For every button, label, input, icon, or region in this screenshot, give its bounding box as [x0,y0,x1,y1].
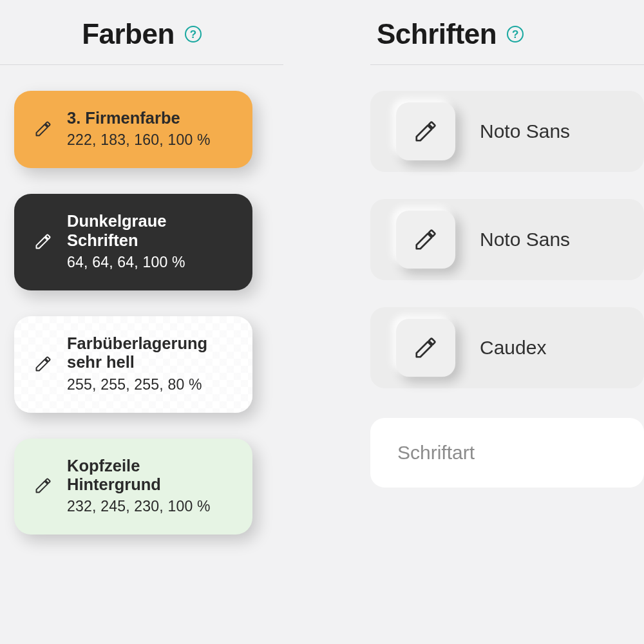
color-card[interactable]: 3. Firmenfarbe 222, 183, 160, 100 % [14,91,252,168]
color-cards: 3. Firmenfarbe 222, 183, 160, 100 % Dunk… [0,91,283,535]
help-icon[interactable]: ? [185,26,202,43]
colors-panel: Farben ? 3. Firmenfarbe 222, 183, 160, 1… [0,0,322,644]
color-value: 64, 64, 64, 100 % [67,254,234,271]
color-value: 222, 183, 160, 100 % [67,131,211,149]
edit-button[interactable] [396,319,455,377]
font-row[interactable]: Caudex [370,307,644,388]
fonts-heading-row: Schriften ? [370,0,644,65]
color-title: Kopfzeile Hintergrund [67,457,234,495]
pencil-icon [33,476,53,495]
edit-button[interactable] [396,211,455,269]
colors-heading-row: Farben ? [0,0,283,65]
color-card-texts: Dunkelgraue Schriften 64, 64, 64, 100 % [67,212,234,271]
font-name: Caudex [480,337,546,359]
font-input[interactable]: Schriftart [370,418,644,488]
color-card-texts: 3. Firmenfarbe 222, 183, 160, 100 % [67,109,211,149]
color-card-texts: Kopfzeile Hintergrund 232, 245, 230, 100… [67,457,234,516]
pencil-icon [33,354,53,374]
help-icon[interactable]: ? [507,26,524,43]
color-title: 3. Firmenfarbe [67,109,211,128]
color-value: 255, 255, 255, 80 % [67,376,234,393]
fonts-heading: Schriften [377,18,497,50]
pencil-icon [33,232,53,251]
font-rows: Noto Sans Noto Sans Caudex [370,91,644,388]
font-row[interactable]: Noto Sans [370,199,644,280]
color-title: Farbüberlagerung sehr hell [67,334,234,372]
font-name: Noto Sans [480,229,570,251]
font-name: Noto Sans [480,120,570,142]
color-value: 232, 245, 230, 100 % [67,498,234,515]
edit-button[interactable] [396,102,455,160]
fonts-panel: Schriften ? Noto Sans Noto Sans Caudex S… [322,0,644,644]
color-card-texts: Farbüberlagerung sehr hell 255, 255, 255… [67,334,234,393]
font-row[interactable]: Noto Sans [370,91,644,172]
color-card[interactable]: Farbüberlagerung sehr hell 255, 255, 255… [14,316,252,413]
colors-heading: Farben [82,18,175,50]
color-card[interactable]: Dunkelgraue Schriften 64, 64, 64, 100 % [14,194,252,290]
color-title: Dunkelgraue Schriften [67,212,234,250]
font-input-placeholder: Schriftart [397,442,475,464]
pencil-icon [33,119,53,138]
color-card[interactable]: Kopfzeile Hintergrund 232, 245, 230, 100… [14,439,252,535]
